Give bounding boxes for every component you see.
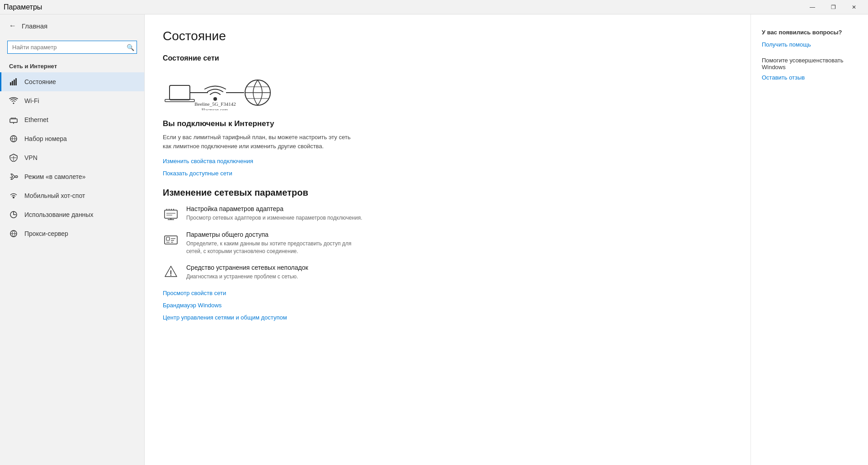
improve-title: Помогите усовершенствовать Windows bbox=[762, 57, 857, 70]
vpn-icon bbox=[9, 153, 18, 162]
sidebar-item-airplane-label: Режим «в самолете» bbox=[24, 173, 85, 180]
network-diagram: Beeline_5G_F34142 Частная сеть bbox=[163, 70, 732, 110]
control-panel-link[interactable]: Центр управления сетями и общим доступом bbox=[163, 314, 732, 321]
change-section-title: Изменение сетевых параметров bbox=[163, 188, 732, 198]
feedback-link[interactable]: Оставить отзыв bbox=[762, 74, 857, 81]
change-props-link[interactable]: Изменить свойства подключения bbox=[163, 158, 732, 164]
titlebar-title: Параметры bbox=[4, 3, 42, 11]
titlebar: Параметры — ❐ ✕ bbox=[0, 0, 868, 14]
sidebar-item-wifi-label: Wi-Fi bbox=[24, 97, 39, 104]
minimize-button[interactable]: — bbox=[802, 0, 823, 14]
troubleshoot-desc: Диагностика и устранение проблем с сетью… bbox=[186, 273, 308, 281]
sidebar-item-dialup-label: Набор номера bbox=[24, 135, 67, 142]
proxy-icon bbox=[9, 229, 18, 238]
airplane-icon bbox=[9, 172, 18, 181]
troubleshoot-text: Средство устранения сетевых неполадок Ди… bbox=[186, 264, 308, 281]
svg-rect-4 bbox=[10, 119, 17, 122]
sidebar-item-proxy[interactable]: Прокси-сервер bbox=[0, 224, 144, 243]
status-icon bbox=[9, 77, 18, 86]
hotspot-icon bbox=[9, 191, 18, 200]
svg-rect-19 bbox=[165, 99, 194, 102]
sidebar: ← Главная 🔍 Сеть и Интернет bbox=[0, 14, 145, 465]
search-icon-button[interactable]: 🔍 bbox=[127, 44, 134, 51]
page-title: Состояние bbox=[163, 29, 732, 43]
wifi-icon bbox=[9, 96, 18, 105]
sidebar-item-vpn[interactable]: VPN bbox=[0, 148, 144, 167]
window-controls: — ❐ ✕ bbox=[802, 0, 864, 14]
connected-title: Вы подключены к Интернету bbox=[163, 119, 732, 128]
sidebar-item-hotspot-label: Мобильный хот-спот bbox=[24, 192, 85, 199]
sidebar-item-status-label: Состояние bbox=[24, 78, 56, 85]
view-props-link[interactable]: Просмотр свойств сети bbox=[163, 290, 732, 296]
svg-rect-3 bbox=[15, 78, 17, 85]
sidebar-item-wifi[interactable]: Wi-Fi bbox=[0, 91, 144, 110]
sidebar-search-container: 🔍 bbox=[0, 37, 144, 59]
right-panel: У вас появились вопросы? Получить помощь… bbox=[750, 14, 868, 465]
svg-rect-29 bbox=[165, 210, 177, 218]
sidebar-item-ethernet[interactable]: Ethernet bbox=[0, 110, 144, 129]
sidebar-item-ethernet-label: Ethernet bbox=[24, 116, 48, 123]
adapter-settings-desc: Просмотр сетевых адаптеров и изменение п… bbox=[186, 214, 362, 222]
show-networks-link[interactable]: Показать доступные сети bbox=[163, 170, 732, 177]
sidebar-section-title: Сеть и Интернет bbox=[0, 59, 144, 72]
maximize-button[interactable]: ❐ bbox=[823, 0, 844, 14]
sidebar-item-dialup[interactable]: Набор номера bbox=[0, 129, 144, 148]
sharing-settings-icon bbox=[163, 231, 179, 247]
svg-rect-2 bbox=[14, 80, 15, 85]
svg-rect-1 bbox=[12, 81, 13, 85]
svg-rect-18 bbox=[170, 85, 190, 100]
sidebar-home-label: Главная bbox=[22, 22, 47, 30]
sidebar-item-proxy-label: Прокси-сервер bbox=[24, 230, 68, 237]
adapter-settings-title: Настройка параметров адаптера bbox=[186, 205, 362, 212]
close-button[interactable]: ✕ bbox=[844, 0, 864, 14]
network-status-title: Состояние сети bbox=[163, 54, 732, 62]
svg-point-14 bbox=[13, 197, 14, 198]
back-icon: ← bbox=[9, 22, 16, 30]
adapter-settings-icon bbox=[163, 205, 179, 221]
sharing-settings-desc: Определите, к каким данным вы хотите пре… bbox=[186, 240, 367, 255]
svg-point-21 bbox=[213, 97, 217, 101]
sharing-settings-text: Параметры общего доступа Определите, к к… bbox=[186, 231, 367, 255]
help-link[interactable]: Получить помощь bbox=[762, 41, 857, 48]
troubleshoot-icon bbox=[163, 264, 179, 280]
sidebar-item-datausage-label: Использование данных bbox=[24, 211, 93, 218]
svg-point-45 bbox=[170, 275, 171, 276]
svg-text:Частная сеть: Частная сеть bbox=[202, 107, 229, 110]
firewall-link[interactable]: Брандмауэр Windows bbox=[163, 302, 732, 309]
sidebar-item-vpn-label: VPN bbox=[24, 154, 38, 161]
main-content: Состояние Состояние сети bbox=[145, 14, 750, 465]
sidebar-item-hotspot[interactable]: Мобильный хот-спот bbox=[0, 186, 144, 205]
dialup-icon bbox=[9, 134, 18, 143]
search-input[interactable] bbox=[7, 41, 137, 54]
troubleshoot-title: Средство устранения сетевых неполадок bbox=[186, 264, 308, 271]
adapter-settings-item[interactable]: Настройка параметров адаптера Просмотр с… bbox=[163, 205, 732, 222]
svg-rect-39 bbox=[166, 237, 170, 240]
questions-title: У вас появились вопросы? bbox=[762, 29, 857, 36]
ethernet-icon bbox=[9, 115, 18, 124]
sidebar-item-datausage[interactable]: Использование данных bbox=[0, 205, 144, 224]
sharing-settings-item[interactable]: Параметры общего доступа Определите, к к… bbox=[163, 231, 732, 255]
datausage-icon bbox=[9, 210, 18, 219]
adapter-settings-text: Настройка параметров адаптера Просмотр с… bbox=[186, 205, 362, 222]
connected-desc: Если у вас лимитный тарифный план, вы мо… bbox=[163, 133, 353, 150]
sidebar-home-button[interactable]: ← Главная bbox=[0, 14, 144, 37]
sidebar-item-airplane[interactable]: Режим «в самолете» bbox=[0, 167, 144, 186]
sidebar-item-status[interactable]: Состояние bbox=[0, 72, 144, 91]
troubleshoot-item[interactable]: Средство устранения сетевых неполадок Ди… bbox=[163, 264, 732, 281]
svg-rect-0 bbox=[10, 82, 11, 85]
sharing-settings-title: Параметры общего доступа bbox=[186, 231, 367, 238]
svg-text:Beeline_5G_F34142: Beeline_5G_F34142 bbox=[194, 101, 236, 107]
